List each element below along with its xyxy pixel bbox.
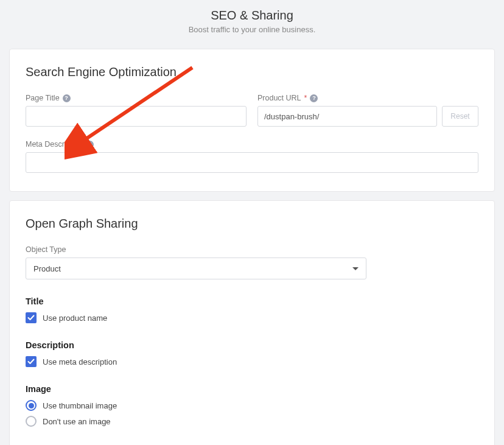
seo-card: Search Engine Optimization Page Title ? … [9, 49, 495, 192]
meta-description-label: Meta Description [26, 140, 83, 149]
use-product-name-label: Use product name [43, 314, 107, 323]
use-product-name-checkbox[interactable] [26, 312, 37, 323]
og-description-heading: Description [26, 340, 478, 350]
use-meta-description-label: Use meta description [43, 357, 117, 366]
product-url-input[interactable] [257, 106, 437, 127]
check-icon [27, 314, 35, 321]
og-card: Open Graph Sharing Object Type Product T… [9, 200, 495, 445]
required-star: * [304, 94, 307, 102]
help-icon[interactable]: ? [63, 94, 71, 102]
page-title-input[interactable] [26, 106, 247, 127]
no-image-radio[interactable] [26, 416, 37, 427]
reset-button[interactable]: Reset [442, 106, 478, 127]
page-title-label: Page Title [26, 94, 60, 102]
meta-description-input[interactable] [26, 152, 478, 173]
use-thumbnail-label: Use thumbnail image [43, 401, 117, 410]
use-meta-description-checkbox[interactable] [26, 356, 37, 367]
help-icon[interactable]: ? [310, 94, 318, 102]
use-thumbnail-radio[interactable] [26, 400, 37, 411]
og-image-heading: Image [26, 384, 478, 394]
og-section-title: Open Graph Sharing [26, 217, 478, 231]
chevron-down-icon [352, 267, 359, 270]
page-title: SEO & Sharing [9, 9, 495, 23]
page-subtitle: Boost traffic to your online business. [9, 25, 495, 34]
help-icon[interactable]: ? [86, 141, 94, 149]
object-type-label: Object Type [26, 245, 66, 254]
object-type-select[interactable]: Product [26, 258, 366, 279]
product-url-label: Product URL [257, 94, 301, 102]
check-icon [27, 358, 35, 365]
object-type-value: Product [33, 264, 61, 273]
no-image-label: Don't use an image [43, 417, 111, 426]
seo-section-title: Search Engine Optimization [26, 65, 478, 79]
og-title-heading: Title [26, 296, 478, 306]
